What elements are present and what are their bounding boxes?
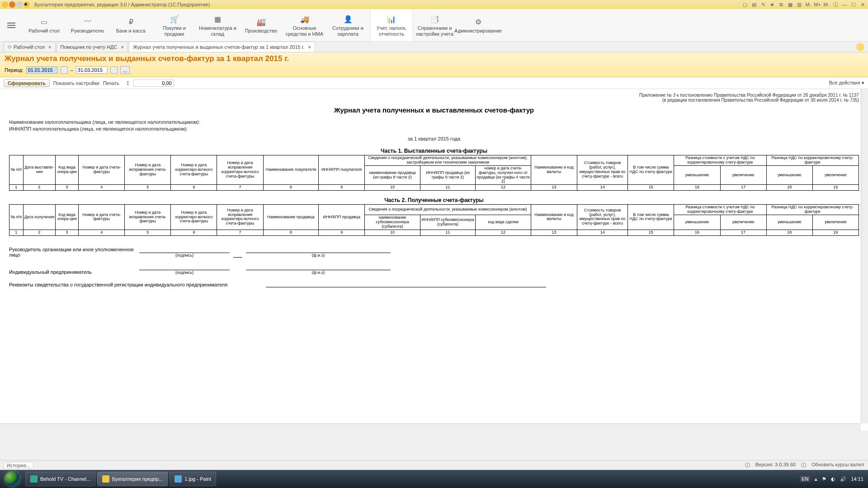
col-number: 11 bbox=[420, 230, 476, 235]
col-number: 16 bbox=[674, 185, 720, 191]
tab-label: Журнал учета полученных и выданных счето… bbox=[133, 44, 304, 50]
date-from-input[interactable] bbox=[26, 66, 58, 74]
toolbar-icon[interactable]: ▥ bbox=[796, 1, 803, 8]
toolbar-icon[interactable]: ⧉ bbox=[778, 1, 785, 8]
org-name-line: Наименование налогоплательщика (лица, не… bbox=[9, 119, 859, 125]
toolbar-icon[interactable]: ▦ bbox=[787, 1, 794, 8]
table-header: Разница НДС по корректировочному счету-ф… bbox=[766, 155, 859, 166]
table-header: Наименование продавца bbox=[263, 205, 319, 230]
toolbar-icon[interactable]: ★ bbox=[769, 1, 776, 8]
sig-head-label: Руководитель организации или иное уполно… bbox=[9, 247, 136, 258]
col-number: 4 bbox=[79, 230, 125, 235]
nav-item[interactable]: 🛒Покупки и продажи bbox=[153, 9, 196, 41]
tab[interactable]: Помощник по учету НДС× bbox=[57, 42, 128, 52]
nav-item[interactable]: 📑Справочники и настройки учета bbox=[413, 9, 457, 41]
table-header: наименование субкомиссионера (субагента) bbox=[365, 215, 420, 230]
toolbar-icon[interactable]: ▢ bbox=[741, 1, 749, 8]
table-header: Номер и дата исправления счета-фактуры bbox=[125, 155, 171, 185]
sys-btn-1[interactable] bbox=[9, 1, 15, 8]
toolbar-text[interactable]: M- bbox=[823, 1, 830, 8]
tab-close-icon[interactable]: × bbox=[121, 44, 124, 50]
sigma-icon: Σ bbox=[127, 80, 130, 86]
all-actions-button[interactable]: Все действия ▾ bbox=[829, 80, 864, 86]
nav-icon: ₽ bbox=[129, 16, 133, 27]
calendar-icon[interactable] bbox=[110, 66, 118, 74]
decree-text: (в редакции постановления Правительства … bbox=[9, 98, 859, 103]
period-more-button[interactable]: ... bbox=[120, 66, 130, 74]
toolbar-icon[interactable]: ✎ bbox=[760, 1, 767, 8]
table-header: Сведения о посреднической деятельности, … bbox=[365, 205, 531, 215]
nav-item[interactable]: ▦Номенклатура и склад bbox=[196, 9, 240, 41]
tray-icon[interactable]: ⚑ bbox=[822, 476, 826, 482]
toolbar-text[interactable]: M+ bbox=[814, 1, 821, 8]
table-header: В том числе сумма НДС по счету-фактуре bbox=[628, 205, 674, 230]
table-header: Номер и дата исправления счета-фактуры bbox=[125, 205, 171, 230]
nav-item[interactable]: ₽Банк и касса bbox=[109, 9, 153, 41]
table-header: Наименование покупателя bbox=[263, 155, 319, 185]
show-settings-link[interactable]: Показать настройки bbox=[53, 80, 99, 86]
update-rates-link[interactable]: Обновить курсы валют bbox=[811, 462, 864, 469]
nav-label: Покупки и продажи bbox=[154, 25, 195, 36]
tray-icon[interactable]: ◐ bbox=[831, 476, 835, 482]
tab[interactable]: ⟳Рабочий стол× bbox=[4, 42, 56, 52]
nav-icon: 🛒 bbox=[170, 14, 179, 24]
table-header: Разница стоимости с учетом НДС по коррек… bbox=[674, 205, 766, 215]
table-header: Разница НДС по корректировочному счету-ф… bbox=[766, 205, 859, 215]
nav-item[interactable]: 📊Учет, налоги, отчетность bbox=[370, 9, 413, 41]
table-header: Стоимость товаров (работ, услуг), имущес… bbox=[577, 205, 627, 230]
table-header: увеличение bbox=[812, 165, 859, 185]
window-title: Бухгалтерия предприятия, редакция 3.0 / … bbox=[34, 2, 210, 7]
toolbar-icon[interactable]: ▤ bbox=[750, 1, 758, 8]
vertical-scrollbar[interactable] bbox=[861, 89, 868, 423]
part2-title: Часть 2. Полученные счета-фактуры bbox=[9, 197, 859, 203]
nav-item[interactable]: ▭Рабочий стол bbox=[23, 9, 66, 41]
table-header: ИНН/КПП продавца bbox=[319, 205, 365, 230]
tray-volume-icon[interactable]: 🔊 bbox=[840, 476, 846, 482]
nav-item[interactable]: ⚙Администрирование bbox=[457, 9, 500, 41]
minimize-icon[interactable]: — bbox=[841, 1, 848, 8]
date-to-input[interactable] bbox=[76, 66, 108, 74]
signature-block: Руководитель организации или иное уполно… bbox=[9, 247, 859, 287]
horizontal-scrollbar[interactable] bbox=[0, 423, 861, 431]
history-button[interactable]: История... bbox=[4, 462, 33, 469]
table-header: уменьшение bbox=[674, 165, 720, 185]
sys-btn-2[interactable] bbox=[16, 1, 23, 8]
menu-button[interactable] bbox=[0, 9, 23, 41]
close-icon[interactable]: ✕ bbox=[859, 1, 866, 8]
tab-overflow-icon[interactable] bbox=[856, 43, 864, 51]
calendar-icon[interactable] bbox=[61, 66, 68, 74]
col-number: 9 bbox=[319, 185, 365, 191]
nav-icon: ▭ bbox=[41, 16, 47, 27]
col-number: 17 bbox=[720, 185, 766, 191]
table-header: № п/п bbox=[9, 155, 24, 185]
part1-title: Часть 1. Выставленные счета-фактуры bbox=[9, 148, 859, 154]
table-header: Номер и дата корректиро-вочного счета-фа… bbox=[171, 155, 217, 185]
start-button[interactable] bbox=[0, 470, 24, 488]
taskbar-item[interactable]: Бухгалтерия предпр... bbox=[97, 472, 168, 486]
form-button[interactable]: Сформировать bbox=[4, 79, 50, 87]
clock[interactable]: 14:11 bbox=[851, 476, 863, 482]
nav-icon: ⚙ bbox=[475, 16, 481, 27]
tab-close-icon[interactable]: × bbox=[308, 44, 311, 50]
maximize-icon[interactable]: ☐ bbox=[850, 1, 857, 8]
help-icon[interactable]: ⓘ bbox=[832, 1, 839, 8]
taskbar-item[interactable]: Behold TV - Channel... bbox=[25, 472, 95, 486]
tab[interactable]: Журнал учета полученных и выданных счето… bbox=[129, 42, 315, 52]
tab-close-icon[interactable]: × bbox=[48, 44, 51, 50]
system-tray: EN ▴ ⚑ ◐ 🔊 14:11 bbox=[800, 476, 868, 482]
nav-item[interactable]: 👤Сотрудники и зарплата bbox=[326, 9, 370, 41]
taskbar-item[interactable]: 1.jpg - Paint bbox=[170, 472, 216, 486]
table-header: Разница стоимости с учетом НДС по коррек… bbox=[674, 155, 766, 166]
part2-table: № п/пДата полученияКод вида опера-цииНом… bbox=[9, 204, 859, 235]
nav-item[interactable]: 🏭Производство bbox=[240, 9, 283, 41]
app-icon bbox=[2, 1, 8, 8]
nav-item[interactable]: 〰Руководителю bbox=[66, 9, 109, 41]
tray-chevron-icon[interactable]: ▴ bbox=[815, 476, 817, 482]
nav-item[interactable]: 🚚Основные средства и НМА bbox=[283, 9, 326, 41]
print-link[interactable]: Печать bbox=[103, 80, 119, 86]
star-icon[interactable]: ★ bbox=[24, 1, 30, 8]
language-indicator[interactable]: EN bbox=[800, 476, 810, 482]
toolbar-text[interactable]: M- bbox=[805, 1, 812, 8]
part1-table: № п/пДата выставле-нияКод вида опера-ции… bbox=[9, 155, 859, 191]
col-number: 11 bbox=[420, 185, 476, 191]
